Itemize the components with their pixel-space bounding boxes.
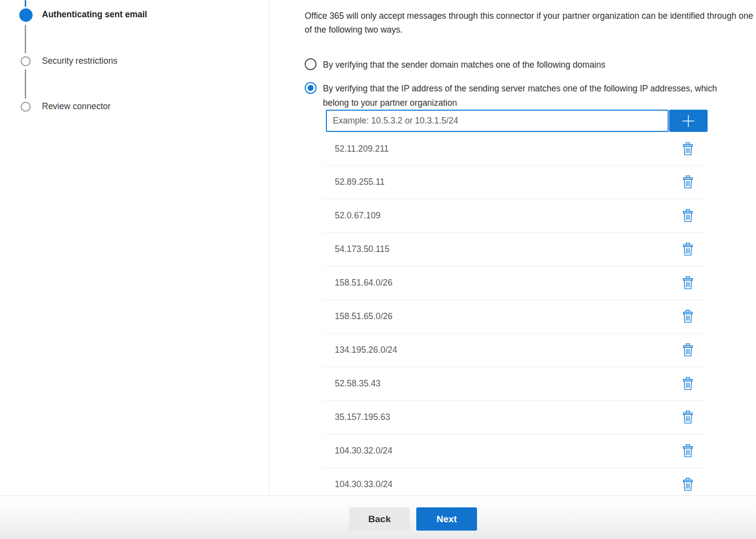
wizard-steps-sidebar: Authenticating sent email Security restr… <box>0 0 270 496</box>
delete-ip-button[interactable] <box>681 309 695 324</box>
ip-address-list: 52.11.209.211 52.89.255.11 <box>323 132 708 501</box>
delete-ip-button[interactable] <box>681 276 695 290</box>
ip-address-value: 52.11.209.211 <box>335 144 389 154</box>
ip-address-row: 158.51.65.0/26 <box>323 300 708 333</box>
ip-address-value: 52.0.67.109 <box>335 210 380 221</box>
ip-address-row: 35.157.195.63 <box>323 401 708 434</box>
ip-address-row: 52.0.67.109 <box>323 199 708 233</box>
trash-icon <box>682 209 693 222</box>
ip-address-row: 158.51.64.0/26 <box>323 266 708 300</box>
trash-icon <box>682 175 693 189</box>
radio-option-ip-address[interactable]: By verifying that the IP address of the … <box>305 82 729 110</box>
step-label: Security restrictions <box>42 56 118 66</box>
delete-ip-button[interactable] <box>681 343 695 358</box>
step-active-dot-icon <box>19 8 33 22</box>
intro-text: Office 365 will only accept messages thr… <box>305 9 756 37</box>
ip-address-entry <box>326 110 708 132</box>
trash-icon <box>682 343 693 357</box>
ip-address-value: 54.173.50.115 <box>335 244 390 254</box>
trash-icon <box>682 377 693 390</box>
ip-address-value: 134.195.26.0/24 <box>335 345 398 355</box>
radio-unselected-icon[interactable] <box>305 58 317 70</box>
delete-ip-button[interactable] <box>681 410 695 425</box>
trash-icon <box>682 478 693 491</box>
delete-ip-button[interactable] <box>681 242 695 257</box>
authenticating-sent-email-panel: Office 365 will only accept messages thr… <box>270 0 756 496</box>
trash-icon <box>682 276 693 290</box>
ip-address-row: 52.11.209.211 <box>323 132 708 166</box>
ip-address-value: 52.89.255.11 <box>335 177 385 187</box>
delete-ip-button[interactable] <box>681 477 695 492</box>
delete-ip-button[interactable] <box>681 208 695 223</box>
trash-icon <box>682 243 693 256</box>
ip-address-row: 104.30.32.0/24 <box>323 434 708 468</box>
step-connector-line <box>25 25 26 53</box>
trash-icon <box>682 142 693 156</box>
plus-icon <box>681 114 696 128</box>
step-connector-line <box>25 69 26 99</box>
radio-option-label: By verifying that the IP address of the … <box>323 82 729 110</box>
ip-address-value: 35.157.195.63 <box>335 412 390 422</box>
step-connector-line-top <box>25 0 26 7</box>
ip-address-row: 134.195.26.0/24 <box>323 333 708 367</box>
step-label: Review connector <box>42 101 111 112</box>
delete-ip-button[interactable] <box>681 141 695 156</box>
ip-address-value: 158.51.65.0/26 <box>335 311 393 322</box>
step-open-dot-icon <box>21 102 31 112</box>
trash-icon <box>682 411 693 424</box>
radio-selected-icon[interactable] <box>305 82 317 94</box>
trash-icon <box>682 310 693 323</box>
ip-address-value: 158.51.64.0/26 <box>335 278 393 288</box>
trash-icon <box>682 444 693 457</box>
delete-ip-button[interactable] <box>681 376 695 391</box>
ip-address-input[interactable] <box>326 110 669 132</box>
add-ip-button[interactable] <box>669 110 708 132</box>
delete-ip-button[interactable] <box>681 175 695 190</box>
next-button[interactable]: Next <box>416 507 477 531</box>
step-open-dot-icon <box>21 56 31 66</box>
step-label: Authenticating sent email <box>42 9 147 20</box>
ip-address-value: 52.58.35.43 <box>335 378 380 389</box>
ip-address-value: 104.30.33.0/24 <box>335 479 393 490</box>
ip-address-row: 52.89.255.11 <box>323 166 708 199</box>
ip-address-row: 52.58.35.43 <box>323 367 708 401</box>
ip-address-value: 104.30.32.0/24 <box>335 446 393 456</box>
delete-ip-button[interactable] <box>681 444 695 458</box>
radio-option-sender-domain[interactable]: By verifying that the sender domain matc… <box>305 58 729 72</box>
wizard-footer: Back Next <box>0 496 756 539</box>
ip-address-row: 54.173.50.115 <box>323 233 708 266</box>
radio-option-label: By verifying that the sender domain matc… <box>323 58 729 72</box>
back-button[interactable]: Back <box>349 507 410 531</box>
